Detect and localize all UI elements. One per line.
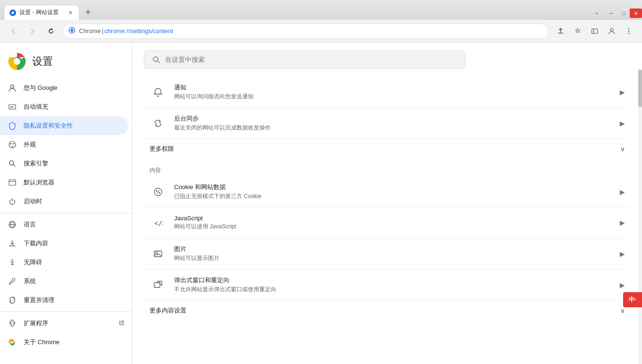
back-icon <box>9 27 17 35</box>
svg-point-7 <box>628 28 629 29</box>
sidebar-item-download[interactable]: 下载内容 <box>0 234 132 253</box>
tab-dropdown-button[interactable]: ⌄ <box>590 6 603 19</box>
active-tab[interactable]: 设置 - 网站设置 ✕ <box>4 5 79 20</box>
javascript-title: JavaScript <box>174 215 612 222</box>
sidebar-label-google: 您与 Google <box>24 84 58 92</box>
sidebar-item-startup[interactable]: 启动时 <box>0 192 132 211</box>
notification-desc: 网站可以询问能否向您发送通知 <box>174 93 612 101</box>
search-bar-container <box>144 50 466 69</box>
sidebar-item-system[interactable]: 系统 <box>0 272 132 291</box>
svg-point-28 <box>12 260 13 261</box>
back-button[interactable] <box>6 24 21 39</box>
popups-text: 弹出式窗口和重定向 不允许网站显示弹出式窗口或使用重定向 <box>174 276 612 294</box>
refresh-button[interactable] <box>44 24 59 39</box>
sidebar-item-autofill[interactable]: 自动填充 <box>0 97 132 116</box>
sidebar-label-startup: 启动时 <box>24 197 42 206</box>
content-section-label: 内容 <box>144 159 631 176</box>
profile-button[interactable] <box>604 24 619 39</box>
svg-point-31 <box>11 341 14 344</box>
popups-item[interactable]: 弹出式窗口和重定向 不允许网站显示弹出式窗口或使用重定向 ▶ <box>144 269 631 301</box>
navigation-bar: Chrome | chrome://settings/content <box>0 20 642 43</box>
cookies-title: Cookie 和网站数据 <box>174 183 612 191</box>
person-icon <box>8 83 17 93</box>
shield-lock-icon <box>69 27 75 34</box>
settings-sidebar: 设置 您与 Google 自动填充 隐私设置和安全性 <box>0 43 132 364</box>
sidebar-item-language[interactable]: 语言 <box>0 215 132 234</box>
popups-title: 弹出式窗口和重定向 <box>174 276 612 285</box>
sidebar-divider-2 <box>0 312 132 312</box>
image-icon <box>150 245 167 262</box>
chrome-about-icon <box>8 338 17 347</box>
more-content-settings-header[interactable]: 更多内容设置 ∨ <box>144 301 631 321</box>
palette-icon <box>8 140 17 149</box>
address-bar[interactable]: Chrome | chrome://settings/content <box>62 24 549 39</box>
tab-close-btn[interactable]: ✕ <box>67 9 74 17</box>
close-window-button[interactable]: ✕ <box>630 9 642 18</box>
svg-point-19 <box>13 143 15 145</box>
new-tab-button[interactable]: + <box>81 6 95 19</box>
window-controls: ─ □ ✕ <box>605 9 642 20</box>
svg-line-22 <box>13 165 16 167</box>
share-button[interactable] <box>553 24 568 39</box>
window-frame: 设置 - 网站设置 ✕ + ⌄ ─ □ ✕ <box>0 0 642 364</box>
sidebar-item-privacy[interactable]: 隐私设置和安全性 <box>0 116 128 135</box>
sidebar-item-reset[interactable]: 重置并清理 <box>0 291 132 310</box>
background-sync-arrow: ▶ <box>620 120 625 127</box>
javascript-item[interactable]: </> JavaScript 网站可以使用 JavaScript ▶ <box>144 208 631 238</box>
menu-button[interactable] <box>621 24 636 39</box>
cookies-arrow: ▶ <box>620 188 625 196</box>
sogou-label: 中· <box>629 295 637 304</box>
bookmark-button[interactable] <box>570 24 585 39</box>
search-input[interactable] <box>165 56 457 63</box>
images-item[interactable]: 图片 网站可以显示图片 ▶ <box>144 238 631 269</box>
settings-page-title: 设置 <box>32 54 53 69</box>
sync-icon <box>150 115 167 132</box>
reset-icon <box>8 295 17 305</box>
svg-rect-43 <box>154 283 160 287</box>
notification-item[interactable]: 通知 网站可以询问能否向您发送通知 ▶ <box>144 77 631 108</box>
notification-arrow: ▶ <box>620 88 625 96</box>
sidebar-item-appearance[interactable]: 外观 <box>0 135 132 154</box>
cookies-item[interactable]: Cookie 和网站数据 已阻止无痕模式下的第三方 Cookie ▶ <box>144 176 631 208</box>
svg-point-20 <box>12 146 13 147</box>
sidebar-item-about[interactable]: 关于 Chrome <box>0 333 132 352</box>
sidebar-item-accessibility[interactable]: 无障碍 <box>0 253 132 272</box>
wrench-icon <box>8 277 17 286</box>
search-bar-icon <box>152 55 160 64</box>
title-bar: 设置 - 网站设置 ✕ + ⌄ ─ □ ✕ <box>0 0 642 20</box>
star-icon <box>574 27 581 35</box>
shield-icon <box>8 121 17 130</box>
sidebar-label-reset: 重置并清理 <box>24 296 54 304</box>
svg-point-1 <box>12 11 14 14</box>
sidebar-label-system: 系统 <box>24 277 36 286</box>
bell-icon <box>150 84 167 101</box>
chrome-logo <box>8 52 26 71</box>
notification-text: 通知 网站可以询问能否向您发送通知 <box>174 83 612 101</box>
sidebar-item-browser[interactable]: 默认浏览器 <box>0 173 132 192</box>
more-permissions-header[interactable]: 更多权限 ∨ <box>144 139 631 159</box>
sidebar-item-extensions[interactable]: 扩展程序 <box>0 314 132 333</box>
minimize-button[interactable]: ─ <box>605 9 617 18</box>
popups-arrow: ▶ <box>620 281 625 289</box>
svg-point-13 <box>11 85 14 88</box>
notification-title: 通知 <box>174 83 612 92</box>
extensions-icon <box>8 319 17 328</box>
sidebar-label-download: 下载内容 <box>24 239 48 248</box>
sidebar-toggle-button[interactable] <box>587 24 602 39</box>
sidebar-item-search[interactable]: 搜索引擎 <box>0 154 132 173</box>
background-sync-item[interactable]: 后台同步 最近关闭的网站可以完成数据收发操作 ▶ <box>144 108 631 139</box>
more-permissions-label: 更多权限 <box>150 145 174 153</box>
maximize-button[interactable]: □ <box>617 9 630 18</box>
sidebar-divider-1 <box>0 213 132 213</box>
svg-point-18 <box>10 143 12 145</box>
scrollbar-thumb[interactable] <box>638 69 642 107</box>
background-sync-desc: 最近关闭的网站可以完成数据收发操作 <box>174 124 612 132</box>
sidebar-label-appearance: 外观 <box>24 140 36 149</box>
sidebar-item-google[interactable]: 您与 Google <box>0 78 132 97</box>
lock-icon <box>69 27 75 35</box>
popups-desc: 不允许网站显示弹出式窗口或使用重定向 <box>174 286 612 294</box>
address-text: Chrome | chrome://settings/content <box>79 27 173 35</box>
forward-button[interactable] <box>25 24 40 39</box>
svg-rect-3 <box>71 30 73 32</box>
sogou-ime-icon[interactable]: 中· <box>623 292 642 307</box>
